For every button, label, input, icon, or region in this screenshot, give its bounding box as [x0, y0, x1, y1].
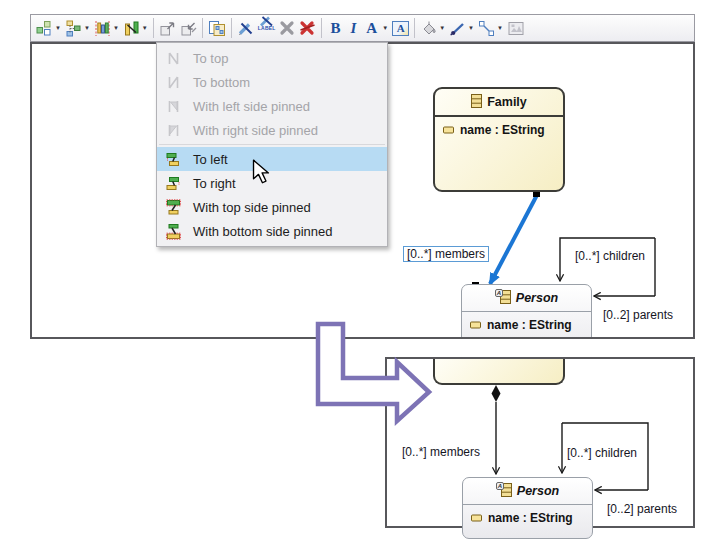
abstract-eclass-icon: A	[496, 482, 512, 500]
parents-edge-label[interactable]: [0..2] parents	[607, 502, 677, 516]
pin-button[interactable]	[157, 16, 178, 40]
line-style-icon	[478, 20, 495, 37]
children-edge-label[interactable]: [0..*] children	[575, 249, 645, 263]
straighten-to-top-icon	[165, 50, 182, 67]
line-style-button[interactable]: ▼	[476, 16, 505, 40]
members-edge-label[interactable]: [0..*] members	[403, 246, 489, 262]
delete-from-model-icon	[299, 20, 316, 36]
line-color-button[interactable]: ▼	[447, 16, 476, 40]
bold-icon: B	[327, 20, 343, 37]
attribute-label: name : EString	[488, 511, 573, 525]
line-style-dropdown-arrow[interactable]: ▼	[497, 25, 503, 31]
reset-style-icon	[507, 20, 525, 37]
toolbar-separator	[321, 18, 322, 38]
menu-item-left-side-pinned: With left side pinned	[157, 94, 387, 118]
hide-element-button[interactable]	[235, 16, 256, 40]
fill-color-icon	[420, 20, 437, 37]
attribute-label: name : EString	[487, 318, 572, 332]
straighten-to-left-icon	[165, 151, 182, 168]
unpin-icon	[180, 20, 197, 37]
align-dropdown-arrow[interactable]: ▼	[84, 25, 90, 31]
eattribute-icon	[470, 318, 481, 332]
straighten-to-right-icon	[165, 175, 182, 192]
distribute-icon	[94, 20, 111, 37]
distribute-button[interactable]: ▼	[92, 16, 121, 40]
align-button[interactable]: ▼	[63, 16, 92, 40]
composition-diamond	[492, 385, 501, 402]
font-dialog-icon: A	[392, 21, 409, 36]
straighten-dropdown-arrow[interactable]: ▼	[142, 25, 148, 31]
svg-text:A: A	[497, 483, 502, 489]
menu-item-to-right[interactable]: To right	[157, 171, 387, 195]
font-dialog-button[interactable]: A	[390, 16, 411, 40]
parents-edge-label[interactable]: [0..2] parents	[603, 308, 673, 322]
class-title: Person	[517, 484, 559, 498]
straighten-left-pinned-icon	[165, 98, 182, 115]
hide-label-button[interactable]: LABEL	[256, 16, 278, 40]
attribute-row[interactable]: name : EString	[462, 312, 591, 332]
class-person[interactable]: A Person name : EString	[462, 477, 593, 539]
fill-color-button[interactable]: ▼	[418, 16, 447, 40]
toolbar-separator	[202, 18, 203, 38]
fill-color-dropdown-arrow[interactable]: ▼	[439, 25, 445, 31]
font-color-button[interactable]: A ▼	[361, 16, 390, 40]
copy-layout-icon	[208, 20, 226, 37]
line-color-icon	[449, 20, 466, 37]
copy-layout-button[interactable]	[206, 16, 228, 40]
menu-separator	[159, 144, 385, 145]
class-family[interactable]: Family name : EString	[433, 87, 565, 192]
members-edge-label[interactable]: [0..*] members	[402, 445, 480, 459]
straighten-to-icon	[123, 20, 140, 37]
arrange-all-button[interactable]: ▼	[34, 16, 63, 40]
members-edge-selected[interactable]	[472, 190, 540, 289]
menu-item-to-left[interactable]: To left	[157, 147, 387, 171]
hide-element-icon	[237, 20, 254, 37]
delete-from-diagram-button[interactable]	[277, 16, 297, 40]
menu-item-to-bottom: To bottom	[157, 70, 387, 94]
italic-button[interactable]: I	[346, 16, 362, 40]
menu-item-right-side-pinned: With right side pinned	[157, 118, 387, 142]
attribute-label: name : EString	[460, 123, 545, 137]
menu-item-top-side-pinned[interactable]: With top side pinned	[157, 195, 387, 219]
toolbar-separator	[414, 18, 415, 38]
hide-label-icon-text: LABEL	[258, 26, 276, 31]
bold-button[interactable]: B	[325, 16, 345, 40]
font-color-dropdown-arrow[interactable]: ▼	[382, 25, 388, 31]
toolbar-separator	[153, 18, 154, 38]
straighten-to-button[interactable]: ▼	[121, 16, 150, 40]
straighten-right-pinned-icon	[165, 122, 182, 139]
attribute-row[interactable]: name : EString	[435, 117, 563, 137]
arrange-dropdown-arrow[interactable]: ▼	[55, 25, 61, 31]
class-person[interactable]: A Person name : EString	[461, 284, 592, 339]
menu-item-bottom-side-pinned[interactable]: With bottom side pinned	[157, 219, 387, 243]
arrange-all-icon	[36, 20, 53, 37]
align-icon	[65, 20, 82, 37]
eattribute-icon	[471, 511, 482, 525]
toolbar-separator	[231, 18, 232, 38]
font-color-icon: A	[363, 20, 380, 37]
straighten-to-bottom-icon	[165, 74, 182, 91]
unpin-button[interactable]	[178, 16, 199, 40]
eclass-icon	[471, 94, 482, 111]
menu-item-to-top: To top	[157, 46, 387, 70]
reset-style-button[interactable]	[505, 16, 527, 40]
delete-from-model-button[interactable]	[297, 16, 318, 40]
delete-from-diagram-icon	[279, 20, 295, 36]
italic-icon: I	[348, 20, 360, 37]
eattribute-icon	[443, 123, 454, 137]
distribute-dropdown-arrow[interactable]: ▼	[113, 25, 119, 31]
svg-text:A: A	[496, 290, 501, 296]
class-title: Family	[487, 95, 527, 109]
straighten-to-menu: To top To bottom With left side pinned W…	[156, 42, 388, 247]
diagram-canvas-after: A Person name : EString [0..*] members […	[385, 357, 695, 528]
diagram-toolbar: ▼ ▼ ▼ ▼	[30, 14, 695, 42]
children-edge-label[interactable]: [0..*] children	[567, 446, 637, 460]
members-edge-straightened[interactable]	[492, 385, 501, 474]
attribute-row[interactable]: name : EString	[463, 505, 592, 525]
line-color-dropdown-arrow[interactable]: ▼	[468, 25, 474, 31]
pin-icon	[159, 20, 176, 37]
straighten-bottom-pinned-icon	[165, 223, 182, 240]
abstract-eclass-icon: A	[495, 289, 511, 307]
class-title: Person	[516, 291, 558, 305]
straighten-top-pinned-icon	[165, 199, 182, 216]
